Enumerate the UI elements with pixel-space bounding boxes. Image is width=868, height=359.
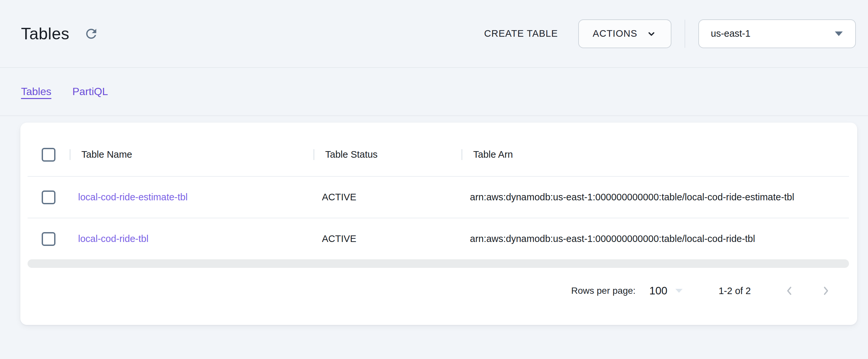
table-row: local-cod-ride-estimate-tbl ACTIVE arn:a…	[28, 176, 849, 218]
topbar-divider	[685, 20, 685, 48]
row-checkbox[interactable]	[42, 191, 56, 204]
tabsbar: Tables PartiQL	[0, 68, 868, 116]
cell-table-name: local-cod-ride-estimate-tbl	[69, 192, 313, 203]
rows-per-page-label: Rows per page:	[571, 286, 635, 296]
row-checkbox[interactable]	[42, 232, 56, 246]
row-checkbox-cell	[28, 232, 69, 246]
table-header-row: Table Name Table Status Table Arn	[28, 133, 849, 176]
cell-table-arn: arn:aws:dynamodb:us-east-1:000000000000:…	[461, 233, 849, 244]
column-header-table-arn[interactable]: Table Arn	[461, 149, 849, 160]
cell-table-arn: arn:aws:dynamodb:us-east-1:000000000000:…	[461, 192, 849, 203]
refresh-button[interactable]	[83, 26, 99, 42]
next-page-button[interactable]	[819, 284, 833, 298]
column-header-table-status[interactable]: Table Status	[313, 149, 461, 160]
chevron-down-icon	[646, 28, 657, 39]
table-name-link[interactable]: local-cod-ride-tbl	[78, 233, 148, 244]
cell-table-status: ACTIVE	[313, 192, 461, 203]
page-title: Tables	[21, 24, 69, 43]
pagination-range-label: 1-2 of 2	[719, 286, 751, 296]
actions-dropdown-button[interactable]: ACTIONS	[578, 19, 672, 48]
region-select[interactable]: us-east-1	[698, 19, 856, 48]
actions-button-label: ACTIONS	[593, 28, 637, 39]
pager-controls	[782, 284, 833, 298]
region-select-value: us-east-1	[711, 28, 750, 39]
topbar-actions: CREATE TABLE ACTIONS us-east-1	[484, 19, 856, 48]
tab-tables[interactable]: Tables	[21, 86, 52, 98]
header-checkbox-cell	[28, 148, 69, 162]
tables-card: Table Name Table Status Table Arn local-…	[20, 123, 857, 325]
select-all-checkbox[interactable]	[42, 148, 56, 162]
rows-per-page-select[interactable]: 100	[649, 285, 683, 297]
rows-per-page-value: 100	[649, 285, 668, 297]
tab-partiql[interactable]: PartiQL	[72, 86, 108, 98]
horizontal-scrollbar[interactable]	[28, 259, 849, 268]
rows-per-page-caret-icon	[675, 289, 683, 293]
create-table-button[interactable]: CREATE TABLE	[484, 28, 558, 39]
chevron-right-icon	[819, 284, 833, 298]
cell-table-status: ACTIVE	[313, 233, 461, 244]
previous-page-button[interactable]	[782, 284, 797, 298]
refresh-icon	[84, 26, 99, 41]
cell-table-name: local-cod-ride-tbl	[69, 233, 313, 244]
topbar: Tables CREATE TABLE ACTIONS us-east-1	[0, 0, 868, 68]
table-name-link[interactable]: local-cod-ride-estimate-tbl	[78, 192, 188, 202]
column-header-table-name[interactable]: Table Name	[69, 149, 313, 160]
pagination-bar: Rows per page: 100 1-2 of 2	[28, 268, 849, 314]
table-row: local-cod-ride-tbl ACTIVE arn:aws:dynamo…	[28, 218, 849, 259]
chevron-left-icon	[782, 284, 796, 298]
row-checkbox-cell	[28, 191, 69, 204]
select-caret-icon	[835, 31, 843, 36]
